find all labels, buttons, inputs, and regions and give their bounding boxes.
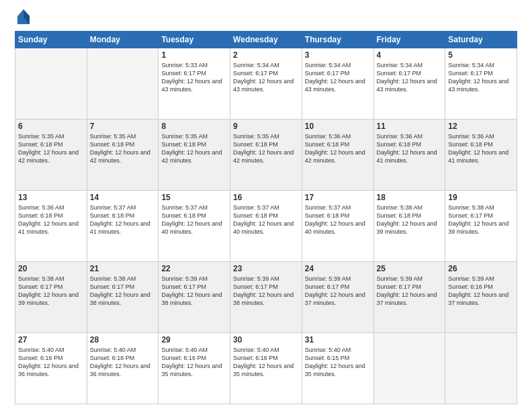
week-row-2: 6Sunrise: 5:35 AM Sunset: 6:18 PM Daylig… [15,120,517,191]
calendar-cell: 21Sunrise: 5:38 AM Sunset: 6:17 PM Dayli… [87,262,159,333]
calendar-cell: 22Sunrise: 5:39 AM Sunset: 6:17 PM Dayli… [159,262,230,333]
calendar-cell: 11Sunrise: 5:36 AM Sunset: 6:18 PM Dayli… [373,120,445,191]
day-number: 2 [233,50,299,60]
day-info: Sunrise: 5:36 AM Sunset: 6:18 PM Dayligh… [377,132,443,165]
day-number: 7 [90,122,156,131]
weekday-header-sunday: Sunday [15,32,87,48]
calendar-cell: 9Sunrise: 5:35 AM Sunset: 6:18 PM Daylig… [230,120,302,191]
day-number: 29 [161,335,227,345]
day-number: 4 [377,50,443,60]
day-info: Sunrise: 5:37 AM Sunset: 6:18 PM Dayligh… [305,203,371,236]
day-info: Sunrise: 5:34 AM Sunset: 6:17 PM Dayligh… [233,61,299,94]
day-number: 19 [448,193,514,202]
calendar-cell: 19Sunrise: 5:38 AM Sunset: 6:17 PM Dayli… [445,191,517,262]
calendar-cell: 18Sunrise: 5:38 AM Sunset: 6:18 PM Dayli… [373,191,445,262]
day-info: Sunrise: 5:36 AM Sunset: 6:18 PM Dayligh… [305,132,371,165]
day-info: Sunrise: 5:34 AM Sunset: 6:17 PM Dayligh… [377,61,443,94]
day-info: Sunrise: 5:40 AM Sunset: 6:16 PM Dayligh… [161,346,227,379]
calendar-cell: 6Sunrise: 5:35 AM Sunset: 6:18 PM Daylig… [15,120,87,191]
day-info: Sunrise: 5:40 AM Sunset: 6:16 PM Dayligh… [233,346,299,379]
day-info: Sunrise: 5:35 AM Sunset: 6:18 PM Dayligh… [18,132,84,165]
calendar-cell: 1Sunrise: 5:33 AM Sunset: 6:17 PM Daylig… [159,48,230,120]
calendar-cell: 26Sunrise: 5:39 AM Sunset: 6:16 PM Dayli… [445,262,517,333]
day-number: 16 [233,193,299,202]
day-number: 26 [448,264,514,273]
day-info: Sunrise: 5:36 AM Sunset: 6:18 PM Dayligh… [18,203,84,236]
header [15,12,517,24]
day-number: 12 [448,122,514,131]
calendar-cell: 23Sunrise: 5:39 AM Sunset: 6:17 PM Dayli… [230,262,302,333]
day-number: 28 [90,335,156,345]
day-number: 23 [233,264,299,273]
calendar-cell [15,48,87,120]
day-number: 10 [305,122,371,131]
day-number: 20 [18,264,84,273]
day-info: Sunrise: 5:39 AM Sunset: 6:16 PM Dayligh… [448,275,514,308]
day-info: Sunrise: 5:35 AM Sunset: 6:18 PM Dayligh… [90,132,156,165]
calendar-cell: 2Sunrise: 5:34 AM Sunset: 6:17 PM Daylig… [230,48,302,120]
calendar-cell: 31Sunrise: 5:40 AM Sunset: 6:15 PM Dayli… [302,333,373,404]
day-number: 22 [161,264,227,273]
day-number: 6 [18,122,84,131]
day-info: Sunrise: 5:35 AM Sunset: 6:18 PM Dayligh… [161,132,227,165]
calendar-cell: 16Sunrise: 5:37 AM Sunset: 6:18 PM Dayli… [230,191,302,262]
calendar-cell: 4Sunrise: 5:34 AM Sunset: 6:17 PM Daylig… [373,48,445,120]
day-info: Sunrise: 5:38 AM Sunset: 6:17 PM Dayligh… [448,203,514,236]
day-info: Sunrise: 5:40 AM Sunset: 6:16 PM Dayligh… [90,346,156,379]
day-number: 3 [305,50,371,60]
day-info: Sunrise: 5:37 AM Sunset: 6:18 PM Dayligh… [161,203,227,236]
calendar-cell: 15Sunrise: 5:37 AM Sunset: 6:18 PM Dayli… [159,191,230,262]
day-info: Sunrise: 5:40 AM Sunset: 6:16 PM Dayligh… [18,346,84,379]
day-info: Sunrise: 5:37 AM Sunset: 6:18 PM Dayligh… [90,203,156,236]
calendar-cell: 30Sunrise: 5:40 AM Sunset: 6:16 PM Dayli… [230,333,302,404]
calendar-cell: 10Sunrise: 5:36 AM Sunset: 6:18 PM Dayli… [302,120,373,191]
calendar-cell: 28Sunrise: 5:40 AM Sunset: 6:16 PM Dayli… [87,333,159,404]
calendar-cell [445,333,517,404]
day-number: 27 [18,335,84,345]
day-info: Sunrise: 5:38 AM Sunset: 6:18 PM Dayligh… [377,203,443,236]
day-number: 24 [305,264,371,273]
calendar-cell: 24Sunrise: 5:39 AM Sunset: 6:17 PM Dayli… [302,262,373,333]
calendar-cell: 12Sunrise: 5:36 AM Sunset: 6:18 PM Dayli… [445,120,517,191]
day-number: 25 [377,264,443,273]
day-info: Sunrise: 5:34 AM Sunset: 6:17 PM Dayligh… [448,61,514,94]
day-info: Sunrise: 5:39 AM Sunset: 6:17 PM Dayligh… [233,275,299,308]
week-row-5: 27Sunrise: 5:40 AM Sunset: 6:16 PM Dayli… [15,333,517,404]
calendar-cell: 8Sunrise: 5:35 AM Sunset: 6:18 PM Daylig… [159,120,230,191]
page: SundayMondayTuesdayWednesdayThursdayFrid… [0,0,532,411]
weekday-header-friday: Friday [373,32,445,48]
week-row-1: 1Sunrise: 5:33 AM Sunset: 6:17 PM Daylig… [15,48,517,120]
calendar-cell: 17Sunrise: 5:37 AM Sunset: 6:18 PM Dayli… [302,191,373,262]
day-info: Sunrise: 5:39 AM Sunset: 6:17 PM Dayligh… [377,275,443,308]
day-info: Sunrise: 5:34 AM Sunset: 6:17 PM Dayligh… [305,61,371,94]
week-row-3: 13Sunrise: 5:36 AM Sunset: 6:18 PM Dayli… [15,191,517,262]
day-number: 11 [377,122,443,131]
calendar-cell: 7Sunrise: 5:35 AM Sunset: 6:18 PM Daylig… [87,120,159,191]
day-number: 9 [233,122,299,131]
logo [15,12,30,24]
calendar-cell [373,333,445,404]
calendar-cell: 5Sunrise: 5:34 AM Sunset: 6:17 PM Daylig… [445,48,517,120]
day-number: 5 [448,50,514,60]
weekday-header-tuesday: Tuesday [159,32,230,48]
day-number: 15 [161,193,227,202]
week-row-4: 20Sunrise: 5:38 AM Sunset: 6:17 PM Dayli… [15,262,517,333]
day-number: 8 [161,122,227,131]
day-info: Sunrise: 5:38 AM Sunset: 6:17 PM Dayligh… [90,275,156,308]
calendar-cell [87,48,159,120]
day-info: Sunrise: 5:35 AM Sunset: 6:18 PM Dayligh… [233,132,299,165]
calendar-cell: 20Sunrise: 5:38 AM Sunset: 6:17 PM Dayli… [15,262,87,333]
day-number: 13 [18,193,84,202]
calendar-cell: 29Sunrise: 5:40 AM Sunset: 6:16 PM Dayli… [159,333,230,404]
calendar-cell: 13Sunrise: 5:36 AM Sunset: 6:18 PM Dayli… [15,191,87,262]
day-info: Sunrise: 5:39 AM Sunset: 6:17 PM Dayligh… [305,275,371,308]
day-info: Sunrise: 5:40 AM Sunset: 6:15 PM Dayligh… [305,346,371,379]
calendar-cell: 25Sunrise: 5:39 AM Sunset: 6:17 PM Dayli… [373,262,445,333]
day-info: Sunrise: 5:39 AM Sunset: 6:17 PM Dayligh… [161,275,227,308]
weekday-header-wednesday: Wednesday [230,32,302,48]
day-number: 17 [305,193,371,202]
calendar-table: SundayMondayTuesdayWednesdayThursdayFrid… [15,31,517,404]
day-number: 31 [305,335,371,345]
weekday-header-thursday: Thursday [302,32,373,48]
weekday-header-row: SundayMondayTuesdayWednesdayThursdayFrid… [15,32,517,48]
